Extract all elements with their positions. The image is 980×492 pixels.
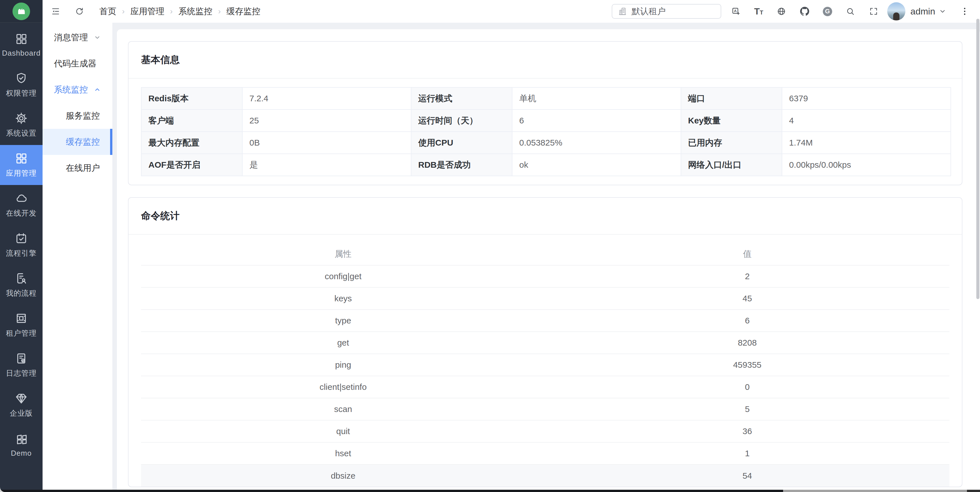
sidebar-item-label: 租户管理	[6, 328, 37, 338]
menu-fold-icon[interactable]	[51, 6, 61, 16]
user-name[interactable]: admin	[910, 6, 935, 17]
clipboard-check-icon	[15, 352, 28, 365]
command-name: ping	[141, 354, 545, 376]
breadcrumb-item[interactable]: 应用管理	[130, 6, 164, 17]
command-value: 5	[545, 398, 950, 420]
fullscreen-icon[interactable]	[869, 6, 879, 16]
sidebar-item-label: 在线开发	[6, 208, 37, 218]
desc-value: 25	[242, 110, 411, 132]
vertical-scrollbar[interactable]	[976, 19, 980, 299]
settings-dots-icon[interactable]	[959, 6, 970, 16]
submenu-item-消息管理[interactable]: 消息管理	[43, 24, 112, 51]
breadcrumb-item[interactable]: 缓存监控	[226, 6, 261, 17]
sidebar-item-demo[interactable]: Demo	[0, 425, 43, 465]
sidebar-item-流程引擎[interactable]: 流程引擎	[0, 225, 43, 265]
gitee-icon[interactable]: G	[823, 7, 832, 16]
command-value: 54	[545, 465, 950, 487]
logo-icon	[13, 3, 30, 20]
sidebar-item-在线开发[interactable]: 在线开发	[0, 185, 43, 225]
calendar-check-icon	[15, 232, 28, 245]
sidebar-item-label: 企业版	[10, 408, 33, 418]
app-window: Dashboard权限管理系统设置应用管理在线开发流程引擎我的流程租户管理日志管…	[0, 0, 980, 492]
command-name: dbsize	[141, 465, 545, 487]
sidebar-item-权限管理[interactable]: 权限管理	[0, 65, 43, 105]
command-row[interactable]: client|setinfo0	[141, 376, 949, 398]
gear-icon	[15, 112, 28, 125]
command-row[interactable]: ping459355	[141, 354, 949, 376]
basic-info-row: 客户端25运行时间（天）6Key数量4	[141, 110, 951, 132]
breadcrumb-item[interactable]: 首页	[99, 6, 116, 17]
basic-info-body: Redis版本7.2.4运行模式单机端口6379客户端25运行时间（天）6Key…	[129, 79, 962, 185]
command-row[interactable]: type6	[141, 310, 949, 332]
submenu-item-label: 在线用户	[66, 162, 100, 174]
refresh-icon[interactable]	[74, 6, 84, 16]
topbar: 首页›应用管理›系统监控›缓存监控 默认租户 ATTG admin	[43, 0, 980, 23]
basic-info-row: Redis版本7.2.4运行模式单机端口6379	[141, 88, 951, 110]
command-row[interactable]: quit36	[141, 420, 949, 443]
app-logo[interactable]	[0, 0, 43, 23]
chevron-down-icon[interactable]	[937, 6, 948, 16]
submenu-item-服务监控[interactable]: 服务监控	[43, 103, 112, 129]
font-size-icon[interactable]: TT	[754, 7, 763, 16]
desc-value: 7.2.4	[242, 88, 411, 110]
sidebar-item-系统设置[interactable]: 系统设置	[0, 105, 43, 145]
desc-label: 运行模式	[411, 88, 512, 110]
basic-info-row: AOF是否开启是RDB是否成功ok网络入口/出口0.00kps/0.00kps	[141, 154, 951, 176]
submenu-item-label: 服务监控	[66, 110, 100, 122]
basic-info-header: 基本信息	[129, 42, 962, 79]
sidebar-item-label: 权限管理	[6, 88, 37, 98]
desc-label: Key数量	[681, 110, 782, 132]
sidebar-item-label: 日志管理	[6, 368, 37, 378]
command-column-header: 值	[545, 243, 950, 265]
sidebar-menu: Dashboard权限管理系统设置应用管理在线开发流程引擎我的流程租户管理日志管…	[0, 23, 43, 465]
desc-value: 6	[512, 110, 681, 132]
command-value: 0	[545, 376, 950, 398]
search-icon[interactable]	[845, 6, 856, 16]
desc-label: 端口	[681, 88, 782, 110]
command-value: 459355	[545, 354, 950, 376]
command-name: type	[141, 310, 545, 332]
submenu-item-代码生成器[interactable]: 代码生成器	[43, 51, 112, 76]
desc-value: 0.00kps/0.00kps	[782, 154, 951, 176]
command-value: 6	[545, 310, 950, 332]
tenant-select-value: 默认租户	[632, 6, 666, 17]
command-row[interactable]: get8208	[141, 332, 949, 354]
submenu-item-缓存监控[interactable]: 缓存监控	[43, 129, 112, 155]
command-row[interactable]: config|get2	[141, 265, 949, 287]
command-name: scan	[141, 398, 545, 420]
desc-label: AOF是否开启	[141, 154, 242, 176]
command-name: hset	[141, 443, 545, 465]
command-row[interactable]: dbsize54	[141, 465, 949, 487]
content-panel: 基本信息 Redis版本7.2.4运行模式单机端口6379客户端25运行时间（天…	[117, 29, 980, 492]
sidebar-item-租户管理[interactable]: 租户管理	[0, 305, 43, 345]
primary-sidebar: Dashboard权限管理系统设置应用管理在线开发流程引擎我的流程租户管理日志管…	[0, 0, 43, 492]
submenu-item-label: 缓存监控	[66, 136, 100, 148]
translate-icon[interactable]: A	[731, 6, 741, 16]
sidebar-item-我的流程[interactable]: 我的流程	[0, 265, 43, 305]
globe-icon[interactable]	[776, 6, 786, 16]
sidebar-item-label: Demo	[11, 449, 32, 458]
command-row[interactable]: hset1	[141, 443, 949, 465]
grid-icon	[15, 152, 28, 165]
breadcrumb-separator: ›	[122, 7, 124, 16]
command-row[interactable]: scan5	[141, 398, 949, 420]
chevron-up-icon	[94, 86, 101, 93]
sidebar-item-企业版[interactable]: 企业版	[0, 385, 43, 425]
breadcrumb: 首页›应用管理›系统监控›缓存监控	[99, 6, 261, 17]
command-value: 8208	[545, 332, 950, 354]
sidebar-item-日志管理[interactable]: 日志管理	[0, 345, 43, 385]
command-row[interactable]: keys45	[141, 287, 949, 310]
submenu-item-系统监控[interactable]: 系统监控	[43, 76, 112, 103]
sidebar-item-应用管理[interactable]: 应用管理	[0, 145, 43, 185]
basic-info-table: Redis版本7.2.4运行模式单机端口6379客户端25运行时间（天）6Key…	[141, 87, 951, 176]
sidebar-item-dashboard[interactable]: Dashboard	[0, 25, 43, 65]
github-icon[interactable]	[800, 6, 810, 16]
avatar[interactable]	[887, 2, 905, 21]
breadcrumb-separator: ›	[170, 7, 172, 16]
breadcrumb-item[interactable]: 系统监控	[178, 6, 213, 17]
command-stats-header: 命令统计	[129, 198, 962, 235]
tenant-select[interactable]: 默认租户	[612, 4, 721, 19]
background-window-strip	[0, 490, 980, 492]
command-name: config|get	[141, 265, 545, 287]
submenu-item-在线用户[interactable]: 在线用户	[43, 155, 112, 181]
